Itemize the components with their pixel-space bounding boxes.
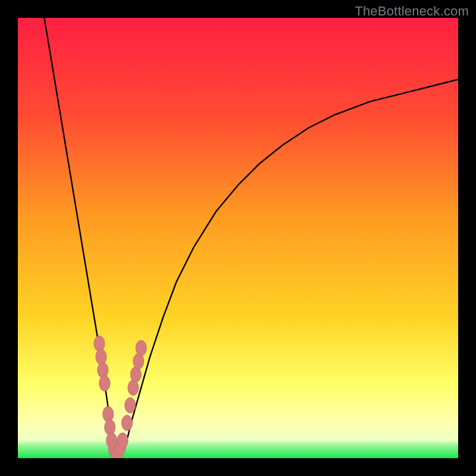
data-marker <box>103 406 114 422</box>
data-marker <box>105 419 115 435</box>
watermark-text: TheBottleneck.com <box>355 4 469 19</box>
data-marker <box>117 433 128 448</box>
data-marker <box>96 349 107 365</box>
chart-frame: TheBottleneck.com <box>0 0 476 476</box>
plot-area <box>18 18 458 458</box>
data-marker <box>99 375 110 391</box>
data-marker <box>94 336 105 352</box>
data-marker <box>98 362 108 378</box>
data-marker <box>125 397 136 413</box>
data-marker <box>136 340 146 356</box>
plot-svg <box>18 18 458 458</box>
gradient-background <box>18 18 458 458</box>
data-marker <box>122 415 133 431</box>
